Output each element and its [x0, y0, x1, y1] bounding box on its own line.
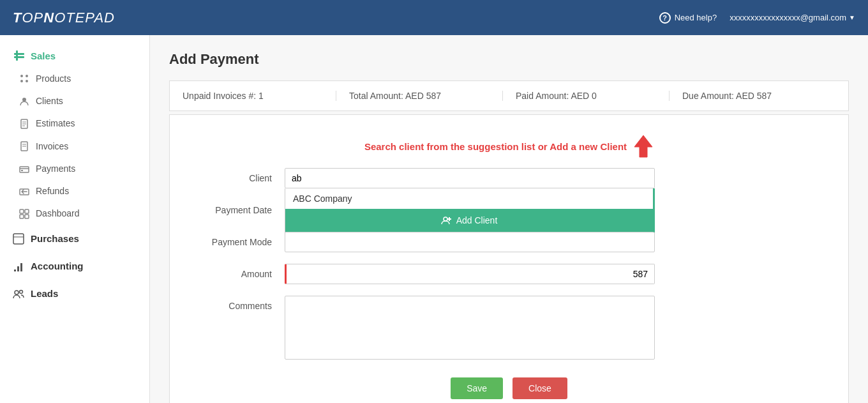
svg-point-6: [26, 80, 28, 82]
sidebar-item-invoices-label: Invoices: [36, 141, 68, 151]
summary-due-amount: Due Amount: AED 587: [670, 91, 835, 101]
sidebar: Sales Products Clients: [0, 35, 150, 403]
svg-marker-30: [634, 135, 652, 157]
sidebar-item-dashboard-label: Dashboard: [36, 208, 80, 218]
svg-point-29: [20, 291, 23, 294]
add-client-button[interactable]: Add Client: [285, 209, 653, 232]
svg-rect-25: [14, 270, 16, 271]
payment-mode-field: [285, 232, 655, 252]
summary-total-amount: Total Amount: AED 587: [336, 91, 503, 101]
payment-mode-input[interactable]: [285, 232, 655, 252]
unpaid-invoices-label: Unpaid Invoices #:: [183, 91, 256, 101]
paid-amount-value: AED 0: [571, 91, 596, 101]
sidebar-item-estimates[interactable]: Estimates: [0, 112, 149, 135]
payments-icon: [19, 163, 29, 174]
action-row: Save Close: [195, 377, 823, 399]
dashboard-icon: [19, 208, 29, 219]
sales-icon: [13, 49, 26, 62]
svg-rect-19: [20, 209, 24, 213]
svg-rect-22: [25, 215, 29, 218]
abc-company-option[interactable]: ABC Company: [285, 188, 653, 209]
amount-label: Amount: [195, 264, 285, 279]
sidebar-sales-label: Sales: [31, 50, 56, 61]
svg-rect-0: [14, 53, 24, 55]
svg-rect-27: [20, 263, 22, 271]
form-container: Search client from the suggestion list o…: [169, 114, 849, 403]
sidebar-accounting-category[interactable]: Accounting: [0, 252, 149, 280]
svg-point-4: [26, 75, 28, 77]
payment-mode-row: Payment Mode: [195, 232, 823, 252]
total-amount-value: AED 587: [405, 91, 441, 101]
sidebar-leads-label: Leads: [31, 288, 58, 299]
svg-point-3: [20, 75, 23, 77]
svg-point-28: [15, 291, 19, 294]
summary-bar: Unpaid Invoices #: 1 Total Amount: AED 5…: [169, 80, 849, 111]
comments-label: Comments: [195, 296, 285, 311]
client-dropdown: ABC Company Add Client: [285, 188, 655, 232]
main-content: Add Payment Unpaid Invoices #: 1 Total A…: [150, 35, 868, 403]
sidebar-item-payments[interactable]: Payments: [0, 157, 149, 179]
user-email-text: xxxxxxxxxxxxxxxxx@gmail.com: [730, 13, 846, 22]
sidebar-item-products[interactable]: Products: [0, 67, 149, 89]
sidebar-item-dashboard[interactable]: Dashboard: [0, 202, 149, 225]
comments-row: Comments: [195, 296, 823, 361]
svg-rect-2: [16, 50, 18, 61]
logo: TopNotepad: [13, 10, 115, 26]
payment-mode-label: Payment Mode: [195, 232, 285, 247]
estimates-icon: [19, 118, 29, 129]
help-icon: ?: [659, 12, 671, 24]
client-input[interactable]: [285, 168, 655, 188]
comments-textarea[interactable]: [285, 296, 655, 360]
unpaid-invoices-value: 1: [258, 91, 264, 101]
sidebar-item-invoices[interactable]: Invoices: [0, 135, 149, 157]
svg-rect-15: [20, 167, 29, 172]
chevron-down-icon: ▼: [849, 14, 855, 21]
arrow-up-icon: [633, 134, 654, 158]
close-button[interactable]: Close: [513, 377, 567, 399]
due-amount-label: Due Amount:: [682, 91, 734, 101]
svg-rect-23: [13, 234, 24, 244]
header: TopNotepad ? Need help? xxxxxxxxxxxxxxxx…: [0, 0, 868, 35]
sidebar-leads-category[interactable]: Leads: [0, 280, 149, 307]
sidebar-sales-section[interactable]: Sales: [0, 42, 149, 67]
sidebar-item-estimates-label: Estimates: [36, 118, 75, 128]
summary-unpaid-invoices: Unpaid Invoices #: 1: [183, 91, 336, 101]
sidebar-item-refunds[interactable]: Refunds: [0, 180, 149, 202]
need-help-label: Need help?: [675, 13, 717, 22]
due-amount-value: AED 587: [736, 91, 772, 101]
sidebar-item-refunds-label: Refunds: [36, 186, 69, 196]
comments-field: [285, 296, 655, 361]
purchases-icon: [13, 232, 24, 245]
paid-amount-label: Paid Amount:: [516, 91, 569, 101]
products-icon: [19, 73, 29, 84]
need-help-button[interactable]: ? Need help?: [659, 12, 717, 24]
sidebar-purchases-label: Purchases: [31, 233, 79, 244]
hint-label: Search client from the suggestion list o…: [364, 141, 627, 152]
page-title: Add Payment: [169, 51, 849, 68]
add-person-icon: [441, 215, 451, 225]
sidebar-accounting-label: Accounting: [31, 261, 84, 271]
sidebar-item-products-label: Products: [36, 73, 71, 84]
amount-row: Amount: [195, 264, 823, 284]
client-field-wrapper: ABC Company Add Client: [285, 168, 655, 188]
add-client-label: Add Client: [456, 215, 498, 225]
save-button[interactable]: Save: [451, 377, 503, 399]
amount-input[interactable]: [285, 264, 655, 284]
app-body: Sales Products Clients: [0, 35, 868, 403]
svg-rect-21: [20, 215, 24, 218]
client-label: Client: [195, 168, 285, 183]
svg-rect-1: [14, 56, 24, 58]
total-amount-label: Total Amount:: [349, 91, 403, 101]
invoices-icon: [19, 141, 29, 151]
accounting-icon: [13, 260, 24, 272]
user-menu[interactable]: xxxxxxxxxxxxxxxxx@gmail.com ▼: [730, 13, 855, 22]
svg-rect-17: [21, 170, 23, 171]
hint-text: Search client from the suggestion list o…: [195, 134, 823, 158]
client-row: Client ABC Company Add Client: [195, 168, 823, 188]
refunds-icon: [19, 186, 29, 197]
payment-date-label: Payment Date: [195, 200, 285, 215]
sidebar-purchases-category[interactable]: Purchases: [0, 225, 149, 252]
svg-point-31: [444, 217, 447, 221]
sidebar-item-clients[interactable]: Clients: [0, 89, 149, 112]
summary-paid-amount: Paid Amount: AED 0: [503, 91, 670, 101]
